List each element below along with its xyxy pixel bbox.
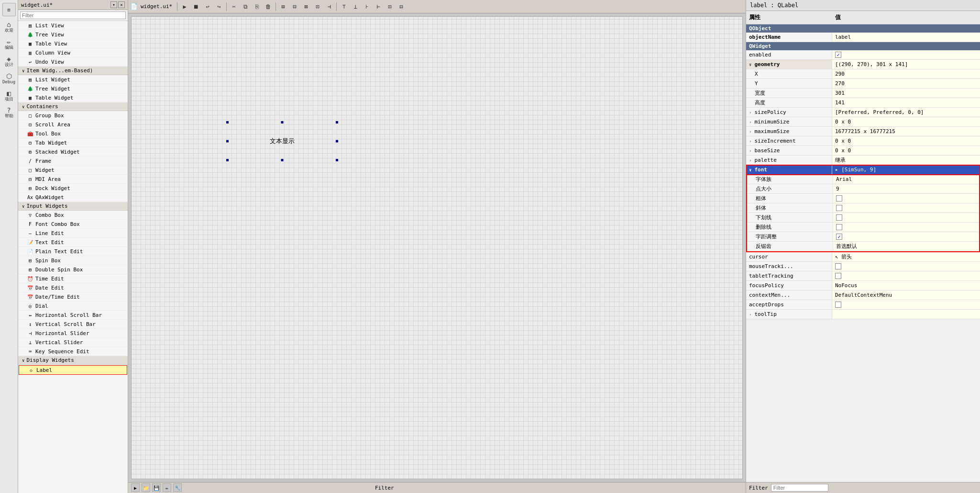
prop-row-focuspolicy[interactable]: focusPolicy NoFocus xyxy=(746,281,980,291)
canvas-bottom-btn-4[interactable]: ✏ xyxy=(163,483,171,492)
toolbar-btn-align2[interactable]: ⊥ xyxy=(350,1,361,12)
right-filter-input[interactable] xyxy=(771,484,828,492)
prop-value-width[interactable]: 301 xyxy=(832,89,980,98)
category-containers[interactable]: Containers xyxy=(18,102,128,111)
prop-row-underline[interactable]: 下划线 xyxy=(747,213,979,223)
prop-row-y[interactable]: Y 270 xyxy=(746,79,980,89)
prop-value-strikeout[interactable] xyxy=(833,223,979,232)
prop-value-tablettracking[interactable] xyxy=(832,271,980,280)
kerning-checkbox[interactable] xyxy=(836,234,842,240)
label-widget[interactable]: 文本显示 xyxy=(227,122,337,160)
canvas-bottom-btn-3[interactable]: 💾 xyxy=(152,483,161,492)
toolbar-btn-align5[interactable]: ⊡ xyxy=(385,1,395,12)
list-item-dateedit[interactable]: 📅 Date Edit xyxy=(18,283,128,292)
list-item-doublespinbox[interactable]: ⊞ Double Spin Box xyxy=(18,265,128,274)
prop-value-x[interactable]: 290 xyxy=(832,69,980,78)
toolbar-btn-align1[interactable]: ⊤ xyxy=(339,1,349,12)
canvas-bottom-btn-2[interactable]: 📁 xyxy=(142,483,150,492)
prop-row-cursor[interactable]: cursor ↖ 箭头 xyxy=(746,252,980,262)
handle-br[interactable] xyxy=(336,159,338,161)
prop-row-width[interactable]: 宽度 301 xyxy=(746,89,980,98)
underline-checkbox[interactable] xyxy=(836,214,842,221)
sidebar-item-project[interactable]: ◧ 项目 xyxy=(2,88,16,103)
prop-row-acceptdrops[interactable]: acceptDrops xyxy=(746,300,980,310)
handle-tm[interactable] xyxy=(281,121,284,123)
prop-row-x[interactable]: X 290 xyxy=(746,69,980,79)
enabled-checkbox[interactable] xyxy=(835,52,841,58)
acceptdrops-checkbox[interactable] xyxy=(835,302,841,308)
prop-value-antialias[interactable]: 首选默认 xyxy=(833,242,979,251)
prop-value-focuspolicy[interactable]: NoFocus xyxy=(832,281,980,290)
toolbar-btn-copy[interactable]: ⧉ xyxy=(240,1,251,12)
list-item-plaintextedit[interactable]: 📄 Plain Text Edit xyxy=(18,247,128,256)
list-item-mdiarea[interactable]: ⊟ MDI Area xyxy=(18,175,128,184)
list-item-hscrollbar[interactable]: ↔ Horizontal Scroll Bar xyxy=(18,311,128,320)
toolbar-btn-delete[interactable]: 🗑 xyxy=(263,1,274,12)
toolbar-btn-1[interactable]: ▶ xyxy=(179,1,190,12)
list-item-scrollarea[interactable]: ⊡ Scroll Area xyxy=(18,120,128,129)
mousetracking-checkbox[interactable] xyxy=(835,263,841,269)
toolbar-btn-redo[interactable]: ↪ xyxy=(214,1,224,12)
list-item-textedit[interactable]: 📝 Text Edit xyxy=(18,238,128,247)
sidebar-item-design[interactable]: ◈ 设计 xyxy=(2,54,16,69)
list-item-spinbox[interactable]: ⊞ Spin Box xyxy=(18,256,128,265)
canvas-bottom-btn-1[interactable]: ▶ xyxy=(131,483,140,492)
prop-value-fontsize[interactable]: 9 xyxy=(833,184,979,193)
prop-row-height[interactable]: 高度 141 xyxy=(746,98,980,108)
prop-row-antialias[interactable]: 反锯齿 首选默认 xyxy=(747,242,979,251)
prop-row-bold[interactable]: 粗体 xyxy=(747,194,979,203)
toolbar-btn-paste[interactable]: ⎘ xyxy=(252,1,262,12)
prop-row-tooltip[interactable]: › toolTip xyxy=(746,310,980,319)
palette-expand[interactable]: › xyxy=(749,158,751,163)
canvas-inner[interactable]: 文本显示 xyxy=(132,17,742,479)
list-item-listview[interactable]: ▤ List View xyxy=(18,21,128,30)
list-item-groupbox[interactable]: □ Group Box xyxy=(18,111,128,120)
toolbar-btn-cut[interactable]: ✂ xyxy=(229,1,239,12)
handle-tr[interactable] xyxy=(336,121,338,123)
list-item-undoview[interactable]: ↩ Undo View xyxy=(18,57,128,67)
list-item-keyseq[interactable]: ⌨ Key Sequence Edit xyxy=(18,347,128,356)
geometry-expand-icon[interactable]: ∨ xyxy=(749,62,751,67)
italic-checkbox[interactable] xyxy=(836,205,842,211)
toolbar-btn-layout3[interactable]: ⊠ xyxy=(301,1,311,12)
list-item-lineedit[interactable]: — Line Edit xyxy=(18,229,128,238)
strikeout-checkbox[interactable] xyxy=(836,224,842,230)
tablettracking-checkbox[interactable] xyxy=(835,273,841,279)
prop-row-tablettracking[interactable]: tabletTracking xyxy=(746,271,980,281)
list-item-combobox[interactable]: ▽ Combo Box xyxy=(18,211,128,220)
list-item-fontcombobox[interactable]: F Font Combo Box xyxy=(18,220,128,229)
prop-value-y[interactable]: 270 xyxy=(832,79,980,88)
prop-row-fontfamily[interactable]: 字体族 Arial xyxy=(747,175,979,184)
list-item-stackedwidget[interactable]: ⊞ Stacked Widget xyxy=(18,147,128,157)
prop-row-geometry[interactable]: ∨ geometry [(290, 270), 301 x 141] xyxy=(746,60,980,69)
tooltip-expand[interactable]: › xyxy=(749,312,751,317)
prop-value-underline[interactable] xyxy=(833,213,979,222)
list-item-qaxwidget[interactable]: Ax QAxWidget xyxy=(18,193,128,202)
sidebar-item-edit[interactable]: ✏ 编辑 xyxy=(2,36,16,52)
prop-value-bold[interactable] xyxy=(833,194,979,203)
prop-value-contextmenu[interactable]: DefaultContextMenu xyxy=(832,291,980,300)
prop-value-italic[interactable] xyxy=(833,203,979,213)
prop-value-kerning[interactable] xyxy=(833,232,979,241)
handle-bl[interactable] xyxy=(226,159,229,161)
minsize-expand[interactable]: › xyxy=(749,120,751,124)
prop-row-font[interactable]: ∨ font ▸ [SimSun, 9] xyxy=(746,165,980,175)
category-input-widgets[interactable]: Input Widgets xyxy=(18,202,128,211)
icon-strip-btn-grid[interactable]: ⊞ xyxy=(2,3,16,16)
prop-row-kerning[interactable]: 字距调整 xyxy=(747,232,979,242)
prop-row-fontsize[interactable]: 点大小 9 xyxy=(747,184,979,194)
toolbar-btn-undo[interactable]: ↩ xyxy=(202,1,213,12)
font-expand[interactable]: ∨ xyxy=(749,168,751,172)
toolbar-btn-layout5[interactable]: ⊣ xyxy=(324,1,334,12)
list-item-dockwidget[interactable]: ⊞ Dock Widget xyxy=(18,184,128,193)
prop-row-basesize[interactable]: › baseSize 0 x 0 xyxy=(746,146,980,156)
list-item-tableview[interactable]: ▦ Table View xyxy=(18,39,128,48)
prop-row-sizeincrement[interactable]: › sizeIncrement 0 x 0 xyxy=(746,136,980,146)
list-item-datetimeedit[interactable]: 📅 Date/Time Edit xyxy=(18,292,128,302)
close-button-widget-panel[interactable]: ✕ xyxy=(118,1,125,8)
prop-row-objectname[interactable]: objectName label xyxy=(746,33,980,42)
prop-value-acceptdrops[interactable] xyxy=(832,300,980,309)
prop-row-sizepolicy[interactable]: › sizePolicy [Preferred, Preferred, 0, 0… xyxy=(746,108,980,117)
handle-ml[interactable] xyxy=(226,140,229,143)
toolbar-btn-align3[interactable]: ⊦ xyxy=(362,1,372,12)
